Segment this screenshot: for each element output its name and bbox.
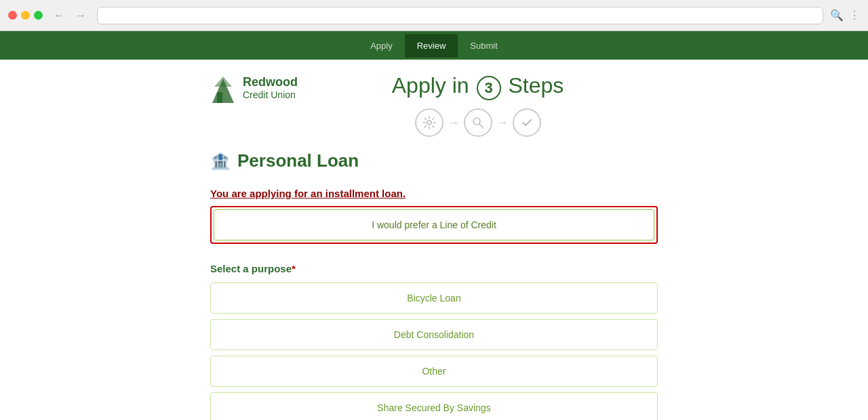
address-bar[interactable]: [97, 7, 823, 24]
page-wrapper: Apply Review Submit Redwood Credit Union: [0, 31, 868, 420]
svg-line-5: [479, 124, 484, 128]
purpose-options: Bicycle Loan Debt Consolidation Other Sh…: [210, 282, 658, 420]
nav-buttons: ← →: [50, 8, 90, 23]
logo-text: Redwood Credit Union: [243, 75, 298, 101]
logo-name-bottom: Credit Union: [243, 89, 298, 101]
maximize-button[interactable]: [34, 11, 43, 20]
share-icon[interactable]: ⋮: [849, 9, 860, 22]
step-number-badge: 3: [477, 76, 501, 100]
tab-review[interactable]: Review: [405, 34, 458, 58]
installment-notice: You are applying for an installment loan…: [210, 188, 658, 199]
close-button[interactable]: [8, 11, 17, 20]
header-area: Redwood Credit Union Apply in 3 Steps: [210, 73, 658, 137]
svg-rect-2: [217, 92, 222, 103]
svg-marker-1: [212, 79, 234, 103]
purpose-share-secured[interactable]: Share Secured By Savings: [210, 392, 658, 420]
purpose-other[interactable]: Other: [210, 356, 658, 387]
apply-steps-title: Apply in 3 Steps: [298, 73, 658, 100]
purpose-label: Select a purpose*: [210, 263, 658, 274]
page-title: Personal Loan: [237, 150, 359, 171]
steps-icons: → →: [298, 108, 658, 137]
browser-icons: 🔍 ⋮: [830, 9, 860, 22]
minimize-button[interactable]: [21, 11, 30, 20]
forward-button[interactable]: →: [71, 8, 90, 23]
logo-area: Redwood Credit Union: [210, 73, 298, 103]
search-icon[interactable]: 🔍: [830, 9, 844, 22]
section-title: 🏦 Personal Loan: [210, 150, 658, 171]
apply-steps-area: Apply in 3 Steps →: [298, 73, 658, 137]
tab-apply[interactable]: Apply: [358, 34, 405, 58]
step-arrow-1: →: [448, 116, 460, 130]
required-star: *: [292, 263, 296, 274]
building-icon: 🏦: [210, 152, 231, 171]
logo-name-top: Redwood: [243, 75, 298, 90]
line-of-credit-button[interactable]: I would prefer a Line of Credit: [214, 209, 654, 240]
traffic-lights: [8, 11, 43, 20]
apply-steps-text-after: Steps: [502, 73, 564, 98]
rcu-logo-icon: [210, 73, 236, 103]
browser-chrome: ← → 🔍 ⋮: [0, 0, 868, 31]
line-of-credit-wrapper: I would prefer a Line of Credit: [210, 206, 658, 244]
main-content: Redwood Credit Union Apply in 3 Steps: [197, 60, 671, 420]
apply-steps-text-before: Apply in: [392, 73, 475, 98]
step-arrow-2: →: [496, 116, 509, 130]
top-nav: Apply Review Submit: [0, 31, 868, 60]
top-nav-tabs: Apply Review Submit: [358, 34, 510, 58]
purpose-debt-consolidation[interactable]: Debt Consolidation: [210, 319, 658, 350]
step-2-icon: [464, 108, 492, 137]
step-1-icon: [415, 108, 443, 137]
purpose-label-text: Select a purpose: [210, 263, 292, 274]
svg-point-3: [427, 121, 431, 125]
tab-submit[interactable]: Submit: [458, 34, 509, 58]
back-button[interactable]: ←: [50, 8, 68, 23]
purpose-bicycle-loan[interactable]: Bicycle Loan: [210, 282, 658, 314]
step-3-icon: [513, 108, 541, 137]
